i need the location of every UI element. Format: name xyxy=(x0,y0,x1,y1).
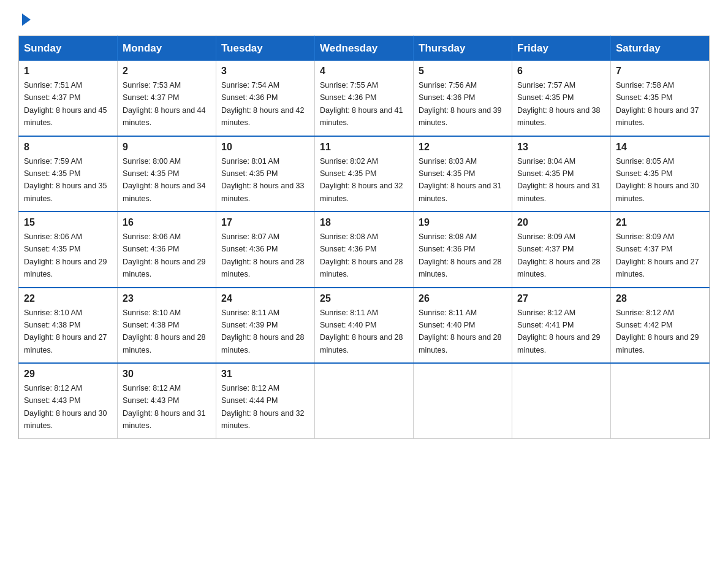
day-info: Sunrise: 7:57 AMSunset: 4:35 PMDaylight:… xyxy=(517,81,601,127)
col-header-tuesday: Tuesday xyxy=(216,36,315,61)
calendar-cell: 27 Sunrise: 8:12 AMSunset: 4:41 PMDaylig… xyxy=(512,288,611,364)
logo-top xyxy=(18,12,31,26)
calendar-week-row: 1 Sunrise: 7:51 AMSunset: 4:37 PMDayligh… xyxy=(19,61,710,136)
col-header-thursday: Thursday xyxy=(414,36,512,61)
calendar-cell: 3 Sunrise: 7:54 AMSunset: 4:36 PMDayligh… xyxy=(216,61,315,136)
day-number: 3 xyxy=(221,66,309,77)
calendar-cell: 18 Sunrise: 8:08 AMSunset: 4:36 PMDaylig… xyxy=(315,212,414,288)
day-number: 23 xyxy=(123,293,211,304)
day-number: 22 xyxy=(24,293,112,304)
calendar-cell: 10 Sunrise: 8:01 AMSunset: 4:35 PMDaylig… xyxy=(216,136,315,212)
day-number: 16 xyxy=(123,217,211,228)
calendar-cell: 15 Sunrise: 8:06 AMSunset: 4:35 PMDaylig… xyxy=(19,212,118,288)
calendar-cell: 4 Sunrise: 7:55 AMSunset: 4:36 PMDayligh… xyxy=(315,61,414,136)
page-header xyxy=(18,12,710,25)
day-info: Sunrise: 8:11 AMSunset: 4:40 PMDaylight:… xyxy=(419,308,502,354)
day-number: 27 xyxy=(517,293,605,304)
calendar-header-row: SundayMondayTuesdayWednesdayThursdayFrid… xyxy=(19,36,710,61)
day-number: 5 xyxy=(419,66,507,77)
day-info: Sunrise: 8:08 AMSunset: 4:36 PMDaylight:… xyxy=(320,232,403,278)
day-number: 24 xyxy=(221,293,309,304)
day-number: 11 xyxy=(320,142,408,153)
day-info: Sunrise: 8:00 AMSunset: 4:35 PMDaylight:… xyxy=(123,157,206,203)
day-number: 1 xyxy=(24,66,112,77)
day-info: Sunrise: 8:06 AMSunset: 4:35 PMDaylight:… xyxy=(24,232,107,278)
day-info: Sunrise: 8:09 AMSunset: 4:37 PMDaylight:… xyxy=(517,232,601,278)
calendar-cell xyxy=(414,363,512,439)
day-info: Sunrise: 8:02 AMSunset: 4:35 PMDaylight:… xyxy=(320,157,403,203)
day-info: Sunrise: 7:54 AMSunset: 4:36 PMDaylight:… xyxy=(221,81,305,127)
logo-arrow-icon xyxy=(22,13,31,26)
day-info: Sunrise: 8:01 AMSunset: 4:35 PMDaylight:… xyxy=(221,157,305,203)
calendar-cell: 9 Sunrise: 8:00 AMSunset: 4:35 PMDayligh… xyxy=(118,136,216,212)
day-number: 12 xyxy=(419,142,507,153)
day-info: Sunrise: 7:56 AMSunset: 4:36 PMDaylight:… xyxy=(419,81,502,127)
day-number: 28 xyxy=(616,293,704,304)
day-info: Sunrise: 7:53 AMSunset: 4:37 PMDaylight:… xyxy=(123,81,206,127)
day-number: 9 xyxy=(123,142,211,153)
calendar-cell xyxy=(512,363,611,439)
logo xyxy=(18,12,31,25)
calendar-cell: 20 Sunrise: 8:09 AMSunset: 4:37 PMDaylig… xyxy=(512,212,611,288)
day-info: Sunrise: 8:09 AMSunset: 4:37 PMDaylight:… xyxy=(616,232,699,278)
day-number: 15 xyxy=(24,217,112,228)
day-number: 26 xyxy=(419,293,507,304)
day-number: 20 xyxy=(517,217,605,228)
calendar-cell: 6 Sunrise: 7:57 AMSunset: 4:35 PMDayligh… xyxy=(512,61,611,136)
calendar-cell: 30 Sunrise: 8:12 AMSunset: 4:43 PMDaylig… xyxy=(118,363,216,439)
day-number: 6 xyxy=(517,66,605,77)
calendar-cell: 21 Sunrise: 8:09 AMSunset: 4:37 PMDaylig… xyxy=(611,212,710,288)
day-info: Sunrise: 8:12 AMSunset: 4:44 PMDaylight:… xyxy=(221,384,305,430)
day-number: 30 xyxy=(123,369,211,380)
day-info: Sunrise: 8:12 AMSunset: 4:42 PMDaylight:… xyxy=(616,308,699,354)
day-info: Sunrise: 8:12 AMSunset: 4:43 PMDaylight:… xyxy=(123,384,206,430)
col-header-wednesday: Wednesday xyxy=(315,36,414,61)
calendar-cell: 31 Sunrise: 8:12 AMSunset: 4:44 PMDaylig… xyxy=(216,363,315,439)
calendar-cell: 17 Sunrise: 8:07 AMSunset: 4:36 PMDaylig… xyxy=(216,212,315,288)
calendar-cell: 26 Sunrise: 8:11 AMSunset: 4:40 PMDaylig… xyxy=(414,288,512,364)
day-info: Sunrise: 8:11 AMSunset: 4:40 PMDaylight:… xyxy=(320,308,403,354)
col-header-saturday: Saturday xyxy=(611,36,710,61)
calendar-cell: 16 Sunrise: 8:06 AMSunset: 4:36 PMDaylig… xyxy=(118,212,216,288)
day-number: 10 xyxy=(221,142,309,153)
calendar-week-row: 15 Sunrise: 8:06 AMSunset: 4:35 PMDaylig… xyxy=(19,212,710,288)
day-number: 18 xyxy=(320,217,408,228)
calendar-cell: 8 Sunrise: 7:59 AMSunset: 4:35 PMDayligh… xyxy=(19,136,118,212)
day-info: Sunrise: 8:04 AMSunset: 4:35 PMDaylight:… xyxy=(517,157,601,203)
calendar-cell: 24 Sunrise: 8:11 AMSunset: 4:39 PMDaylig… xyxy=(216,288,315,364)
day-info: Sunrise: 8:07 AMSunset: 4:36 PMDaylight:… xyxy=(221,232,305,278)
day-info: Sunrise: 8:10 AMSunset: 4:38 PMDaylight:… xyxy=(123,308,206,354)
day-number: 14 xyxy=(616,142,704,153)
day-number: 19 xyxy=(419,217,507,228)
day-number: 25 xyxy=(320,293,408,304)
day-info: Sunrise: 8:12 AMSunset: 4:41 PMDaylight:… xyxy=(517,308,601,354)
day-info: Sunrise: 7:58 AMSunset: 4:35 PMDaylight:… xyxy=(616,81,699,127)
calendar-week-row: 22 Sunrise: 8:10 AMSunset: 4:38 PMDaylig… xyxy=(19,288,710,364)
day-info: Sunrise: 8:12 AMSunset: 4:43 PMDaylight:… xyxy=(24,384,107,430)
day-info: Sunrise: 8:08 AMSunset: 4:36 PMDaylight:… xyxy=(419,232,502,278)
calendar-cell: 29 Sunrise: 8:12 AMSunset: 4:43 PMDaylig… xyxy=(19,363,118,439)
calendar-cell xyxy=(611,363,710,439)
calendar-cell: 7 Sunrise: 7:58 AMSunset: 4:35 PMDayligh… xyxy=(611,61,710,136)
calendar-cell: 12 Sunrise: 8:03 AMSunset: 4:35 PMDaylig… xyxy=(414,136,512,212)
day-number: 4 xyxy=(320,66,408,77)
calendar-cell: 28 Sunrise: 8:12 AMSunset: 4:42 PMDaylig… xyxy=(611,288,710,364)
calendar-week-row: 8 Sunrise: 7:59 AMSunset: 4:35 PMDayligh… xyxy=(19,136,710,212)
day-number: 2 xyxy=(123,66,211,77)
day-info: Sunrise: 8:06 AMSunset: 4:36 PMDaylight:… xyxy=(123,232,206,278)
calendar-cell: 25 Sunrise: 8:11 AMSunset: 4:40 PMDaylig… xyxy=(315,288,414,364)
day-info: Sunrise: 7:55 AMSunset: 4:36 PMDaylight:… xyxy=(320,81,403,127)
calendar-cell: 14 Sunrise: 8:05 AMSunset: 4:35 PMDaylig… xyxy=(611,136,710,212)
calendar-cell: 11 Sunrise: 8:02 AMSunset: 4:35 PMDaylig… xyxy=(315,136,414,212)
calendar-table: SundayMondayTuesdayWednesdayThursdayFrid… xyxy=(18,36,710,439)
col-header-sunday: Sunday xyxy=(19,36,118,61)
day-number: 29 xyxy=(24,369,112,380)
calendar-cell: 22 Sunrise: 8:10 AMSunset: 4:38 PMDaylig… xyxy=(19,288,118,364)
calendar-cell: 19 Sunrise: 8:08 AMSunset: 4:36 PMDaylig… xyxy=(414,212,512,288)
day-info: Sunrise: 7:59 AMSunset: 4:35 PMDaylight:… xyxy=(24,157,107,203)
calendar-cell: 5 Sunrise: 7:56 AMSunset: 4:36 PMDayligh… xyxy=(414,61,512,136)
col-header-monday: Monday xyxy=(118,36,216,61)
calendar-cell: 13 Sunrise: 8:04 AMSunset: 4:35 PMDaylig… xyxy=(512,136,611,212)
day-number: 17 xyxy=(221,217,309,228)
calendar-cell: 2 Sunrise: 7:53 AMSunset: 4:37 PMDayligh… xyxy=(118,61,216,136)
